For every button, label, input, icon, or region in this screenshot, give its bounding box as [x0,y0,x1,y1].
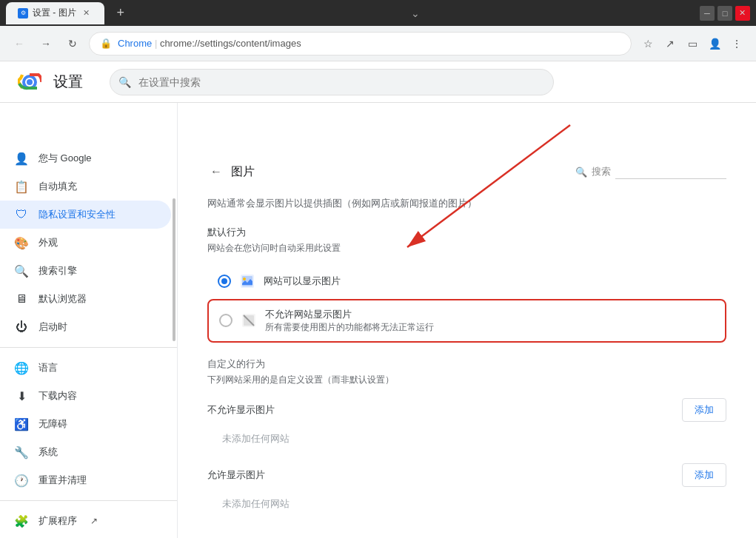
tab-close-button[interactable]: ✕ [81,7,93,19]
external-link-icon: ↗ [90,516,98,526]
window-controls: ─ □ ✕ [700,6,750,21]
sidebar-scrollbar [173,198,175,341]
extensions-icon: 🧩 [15,514,28,528]
reset-icon: 🕐 [15,474,28,487]
titlebar-left: ⚙ 设置 - 图片 ✕ + [6,2,131,24]
sidebar-label-browser: 默认浏览器 [39,292,87,306]
url-text: Chrome | chrome://settings/content/image… [118,38,620,49]
person-icon: 👤 [15,152,28,165]
back-button[interactable]: ← [9,33,30,54]
content-inner: ← 图片 🔍 搜索 网站通常会显示图片以提供插图（例如网店或新闻报道的图片） 默… [178,144,756,538]
url-bar[interactable]: 🔒 Chrome | chrome://settings/content/ima… [89,32,632,56]
settings-search-input[interactable] [110,69,554,95]
active-tab[interactable]: ⚙ 设置 - 图片 ✕ [6,2,104,24]
share-button[interactable]: ↗ [660,33,680,54]
sidebar-item-download[interactable]: ⬇ 下载内容 [0,382,171,410]
new-tab-button[interactable]: + [110,3,131,24]
main-layout: 👤 您与 Google 📋 自动填充 🛡 隐私设置和安全性 🎨 外观 🔍 搜索引… [0,103,756,538]
svg-point-6 [243,278,246,280]
block-images-custom: 不允许显示图片 添加 未添加任何网站 [207,398,726,451]
tab-title: 设置 - 图片 [33,7,76,19]
block-radio-circle[interactable] [219,314,233,327]
page-title: 图片 [231,164,255,180]
language-icon: 🌐 [15,361,28,374]
power-icon: ⏻ [15,320,28,334]
system-icon: 🔧 [15,445,28,459]
allow-images-option[interactable]: 网站可以显示图片 [207,266,726,296]
sidebar-item-language[interactable]: 🌐 语言 [0,354,171,382]
allow-image-icon [240,274,255,289]
forward-button[interactable]: → [36,33,56,54]
sidebar-label-appearance: 外观 [39,236,58,249]
sidebar-label-autofill: 自动填充 [39,180,77,193]
accessibility-icon: ♿ [15,417,28,431]
tab-favicon: ⚙ [18,8,28,19]
page-search-icon: 🔍 [575,167,587,178]
sidebar-divider [0,347,177,348]
browser-icon: 🖥 [15,292,28,306]
block-images-header: 不允许显示图片 添加 [207,398,726,422]
sidebar-label-download: 下载内容 [39,389,77,403]
sidebar-item-browser[interactable]: 🖥 默认浏览器 [0,285,171,313]
block-images-empty-msg: 未添加任何网站 [207,426,726,451]
sidebar-item-privacy[interactable]: 🛡 隐私设置和安全性 [0,201,171,229]
profile-button[interactable]: 👤 [704,33,725,54]
chrome-logo-icon [18,70,41,94]
autofill-icon: 📋 [15,180,28,193]
allow-radio-circle[interactable] [218,275,231,288]
content-area: ← 图片 🔍 搜索 网站通常会显示图片以提供插图（例如网店或新闻报道的图片） 默… [178,103,756,538]
sidebar-item-about[interactable]: ℹ 关于 Chrome [0,535,171,538]
sidebar-label-language: 语言 [39,361,58,374]
addressbar-actions: ☆ ↗ ▭ 👤 ⋮ [638,33,747,54]
sidebar-item-reset[interactable]: 🕐 重置并清理 [0,466,171,494]
sidebar-label-system: 系统 [39,445,58,459]
minimize-button[interactable]: ─ [700,6,715,21]
sidebar-item-autofill[interactable]: 📋 自动填充 [0,172,171,201]
shield-icon: 🛡 [15,208,28,221]
block-images-option[interactable]: 不允许网站显示图片 所有需要使用图片的功能都将无法正常运行 [207,299,726,343]
page-description: 网站通常会显示图片以提供插图（例如网店或新闻报道的图片） [207,196,726,211]
block-images-sublabel: 所有需要使用图片的功能都将无法正常运行 [265,321,434,334]
sidebar: 👤 您与 Google 📋 自动填充 🛡 隐私设置和安全性 🎨 外观 🔍 搜索引… [0,103,178,538]
allow-images-header: 允许显示图片 添加 [207,463,726,487]
custom-behavior-section: 自定义的行为 下列网站采用的是自定义设置（而非默认设置） [207,357,726,386]
allow-images-custom-label: 允许显示图片 [207,468,265,482]
chrome-menu-button[interactable]: ⌄ [405,3,426,24]
sidebar-item-system[interactable]: 🔧 系统 [0,438,171,466]
url-separator: | [155,38,160,49]
sidebar-label-search: 搜索引擎 [39,264,77,278]
sidebar-item-extensions[interactable]: 🧩 扩展程序 ↗ [0,507,171,535]
sidebar-item-accessibility[interactable]: ♿ 无障碍 [0,410,171,438]
settings-search-wrapper: 🔍 [110,69,554,95]
page-search: 🔍 搜索 [575,164,726,179]
settings-header: 设置 🔍 [0,61,756,103]
page-search-line [615,164,726,179]
sidebar-label-startup: 启动时 [39,320,67,334]
close-button[interactable]: ✕ [735,6,750,21]
refresh-button[interactable]: ↻ [62,33,83,54]
sidebar-item-google[interactable]: 👤 您与 Google [0,144,171,172]
default-behavior-label: 默认行为 [207,226,726,239]
allow-images-add-button[interactable]: 添加 [682,463,726,487]
default-behavior-sub: 网站会在您访问时自动采用此设置 [207,242,726,255]
appearance-icon: 🎨 [15,236,28,249]
block-images-label: 不允许网站显示图片 [265,308,434,321]
allow-images-empty-msg: 未添加任何网站 [207,491,726,517]
more-button[interactable]: ⋮ [726,33,747,54]
bookmark-button[interactable]: ☆ [638,33,658,54]
sidebar-item-appearance[interactable]: 🎨 外观 [0,229,171,257]
page-header: ← 图片 🔍 搜索 [207,162,726,181]
custom-behavior-sub: 下列网站采用的是自定义设置（而非默认设置） [207,374,726,386]
split-view-button[interactable]: ▭ [682,33,703,54]
secure-icon: 🔒 [100,38,112,49]
sidebar-label-privacy: 隐私设置和安全性 [39,208,116,221]
sidebar-item-startup[interactable]: ⏻ 启动时 [0,313,171,341]
addressbar: ← → ↻ 🔒 Chrome | chrome://settings/conte… [0,26,756,61]
page-back-button[interactable]: ← [207,162,225,181]
maximize-button[interactable]: □ [717,6,732,21]
search-icon: 🔍 [118,76,131,88]
sidebar-divider2 [0,500,177,501]
sidebar-item-search[interactable]: 🔍 搜索引擎 [0,257,171,285]
block-images-add-button[interactable]: 添加 [682,398,726,422]
sidebar-label-extensions: 扩展程序 [39,514,77,528]
